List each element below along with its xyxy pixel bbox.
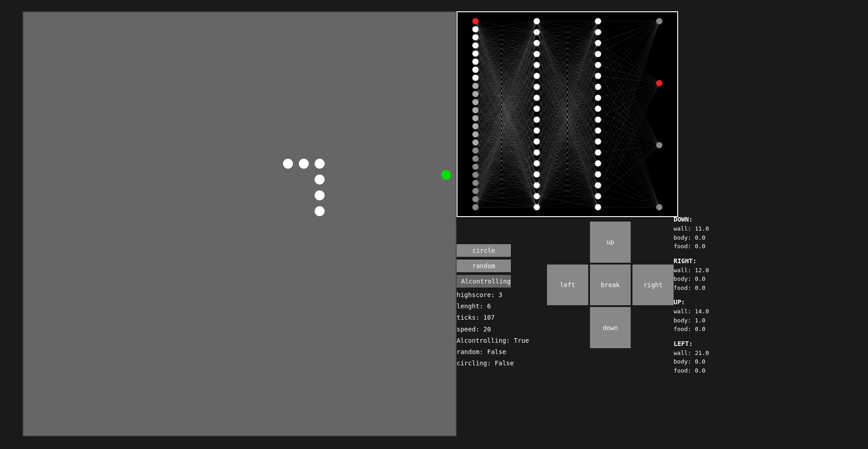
break-button[interactable]: break — [590, 265, 631, 306]
snake-dot-1 — [299, 159, 309, 169]
sensor-left: LEFT: wall: 21.0 body: 0.0 food: 0.0 — [674, 339, 764, 375]
circling-stat-label: circling: — [457, 359, 491, 367]
circling-stat: circling: False — [457, 358, 529, 369]
sensor-up-wall: wall: 14.0 — [674, 307, 764, 316]
random-button[interactable]: random — [457, 260, 511, 272]
random-stat: random: False — [457, 346, 529, 358]
sensor-down-wall: wall: 11.0 — [674, 224, 764, 233]
sensor-up-food: food: 0.0 — [674, 325, 764, 334]
alcontrolling-button[interactable]: Alcontrolling — [457, 275, 511, 288]
ticks-label: ticks: — [457, 314, 480, 321]
sensor-right: RIGHT: wall: 12.0 body: 0.0 food: 0.0 — [674, 256, 764, 293]
food-dot — [441, 170, 451, 180]
empty-cell-tr — [632, 222, 674, 263]
down-button[interactable]: down — [590, 307, 631, 348]
direction-grid: up left break right down — [547, 222, 674, 348]
highscore-value: 3 — [499, 291, 502, 298]
ticks-stat: ticks: 107 — [457, 312, 529, 323]
circling-stat-value: False — [495, 359, 514, 367]
sensor-left-body: body: 0.0 — [674, 357, 764, 366]
circle-button[interactable]: circle — [457, 244, 511, 257]
lenght-label: lenght: — [457, 302, 483, 310]
speed-value: 20 — [483, 326, 491, 333]
empty-cell-bl — [547, 307, 588, 348]
sensor-down: DOWN: wall: 11.0 body: 0.0 food: 0.0 — [674, 215, 764, 251]
sensor-right-body: body: 0.0 — [674, 274, 764, 284]
snake-dot-5 — [315, 206, 325, 216]
ticks-value: 107 — [483, 314, 495, 321]
sensor-down-body: body: 0.0 — [674, 233, 764, 242]
empty-cell-br — [632, 307, 674, 348]
snake-dot-0 — [283, 159, 293, 169]
game-area — [23, 11, 457, 436]
random-stat-label: random: — [457, 348, 483, 355]
lenght-stat: lenght: 6 — [457, 301, 529, 312]
snake-dot-2 — [315, 159, 325, 169]
highscore-stat: highscore: 3 — [457, 289, 529, 301]
speed-label: speed: — [457, 326, 480, 333]
sensor-left-food: food: 0.0 — [674, 366, 764, 375]
neural-network-panel — [457, 11, 678, 217]
side-buttons-panel: circle random Alcontrolling — [457, 244, 511, 288]
speed-stat: speed: 20 — [457, 324, 529, 335]
snake-dot-3 — [315, 175, 325, 184]
sensor-right-wall: wall: 12.0 — [674, 266, 764, 275]
sensor-left-wall: wall: 21.0 — [674, 349, 764, 358]
sensor-down-food: food: 0.0 — [674, 242, 764, 251]
sensor-down-label: DOWN: — [674, 215, 764, 224]
alcontrolling-stat: Alcontrolling: True — [457, 335, 529, 346]
random-stat-value: False — [487, 348, 506, 355]
empty-cell-tl — [547, 222, 588, 263]
right-button[interactable]: right — [632, 265, 674, 306]
sensor-right-food: food: 0.0 — [674, 284, 764, 293]
highscore-label: highscore: — [457, 291, 495, 298]
alcontrolling-stat-value: True — [514, 337, 529, 344]
sensor-panel: DOWN: wall: 11.0 body: 0.0 food: 0.0 RIG… — [674, 215, 764, 380]
snake-dot-4 — [315, 190, 325, 200]
sensor-up-label: UP: — [674, 298, 764, 307]
sensor-right-label: RIGHT: — [674, 256, 764, 266]
sensor-up: UP: wall: 14.0 body: 1.0 food: 0.0 — [674, 298, 764, 334]
alcontrolling-stat-label: Alcontrolling: — [457, 337, 510, 344]
sensor-left-label: LEFT: — [674, 339, 764, 349]
neural-network-canvas — [458, 12, 677, 216]
stats-display: highscore: 3 lenght: 6 ticks: 107 speed:… — [457, 289, 529, 369]
left-button[interactable]: left — [547, 265, 588, 306]
sensor-up-body: body: 1.0 — [674, 316, 764, 325]
lenght-value: 6 — [487, 302, 491, 310]
up-button[interactable]: up — [590, 222, 631, 263]
